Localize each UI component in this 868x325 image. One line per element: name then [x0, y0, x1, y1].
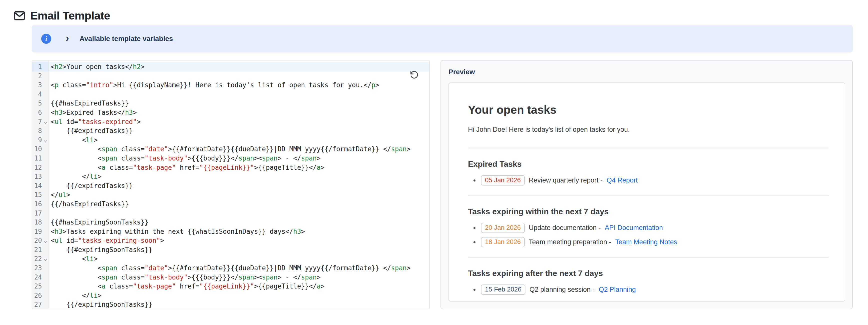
- line-number: 12: [32, 163, 49, 172]
- fold-chevron-icon[interactable]: ⌄: [42, 117, 49, 126]
- line-number: 27: [32, 300, 49, 309]
- fold-chevron-icon[interactable]: ⌄: [42, 254, 49, 263]
- task-link[interactable]: Team Meeting Notes: [615, 238, 677, 246]
- task-link[interactable]: API Documentation: [604, 224, 663, 232]
- task-list: 15 Feb 2026Q2 planning session -Q2 Plann…: [468, 285, 829, 295]
- code-line-content[interactable]: <span class="date">{{#formatDate}}{{dueD…: [49, 145, 429, 154]
- code-line[interactable]: 26 </li>: [32, 291, 429, 300]
- code-line[interactable]: 4: [32, 90, 429, 99]
- info-banner[interactable]: i › Available template variables: [32, 25, 853, 53]
- code-line-content[interactable]: {{#hasExpiringSoonTasks}}: [49, 218, 429, 227]
- preview-sections: Expired Tasks05 Jan 2026Review quarterly…: [468, 148, 829, 301]
- chevron-right-icon[interactable]: ›: [66, 33, 69, 43]
- due-date-badge: 18 Jan 2026: [481, 237, 525, 247]
- code-line-content[interactable]: <h3>Tasks expiring within the next {{wha…: [49, 227, 429, 236]
- due-date-badge: 05 Jan 2026: [481, 175, 525, 185]
- code-line[interactable]: 5{{#hasExpiredTasks}}: [32, 99, 429, 108]
- preview-card: Your open tasks Hi John Doe! Here is tod…: [448, 83, 845, 301]
- code-line[interactable]: 22⌄ <li>: [32, 254, 429, 264]
- code-editor[interactable]: 1<h2>Your open tasks</h2>23<p class="int…: [32, 60, 430, 309]
- due-date-badge: 15 Feb 2026: [481, 285, 525, 295]
- code-line[interactable]: 25 <a class="task-page" href="{{pageLink…: [32, 282, 429, 291]
- task-item: 05 Jan 2026Review quarterly report -Q4 R…: [473, 175, 829, 185]
- code-line-content[interactable]: {{#hasExpiredTasks}}: [49, 99, 429, 108]
- fold-chevron-icon[interactable]: ⌄: [42, 236, 49, 245]
- code-line-content[interactable]: <span class="date">{{#formatDate}}{{dueD…: [49, 264, 429, 273]
- code-line-content[interactable]: {{/hasExpiredTasks}}: [49, 200, 429, 209]
- page-header: Email Template: [0, 0, 868, 25]
- code-line[interactable]: 3<p class="intro">Hi {{displayName}}! He…: [32, 81, 429, 90]
- line-number: 19: [32, 227, 49, 236]
- line-number: 5: [32, 99, 49, 108]
- info-icon: i: [41, 34, 51, 44]
- line-number: 23: [32, 264, 49, 273]
- code-line-content[interactable]: {{/expiringSoonTasks}}: [49, 300, 429, 309]
- task-link[interactable]: Q2 Planning: [599, 286, 636, 294]
- code-line[interactable]: 1<h2>Your open tasks</h2>: [32, 62, 429, 71]
- code-line-content[interactable]: <li>: [49, 254, 429, 264]
- task-text: Team meeting preparation -: [529, 238, 611, 246]
- undo-button[interactable]: [409, 70, 419, 80]
- code-line[interactable]: 17: [32, 209, 429, 218]
- preview-panel: Preview Your open tasks Hi John Doe! Her…: [440, 60, 853, 309]
- code-line[interactable]: 2: [32, 71, 429, 81]
- code-line-content[interactable]: [49, 209, 429, 218]
- code-line-content[interactable]: <p class="intro">Hi {{displayName}}! Her…: [49, 81, 429, 90]
- code-line-content[interactable]: <li>: [49, 136, 429, 145]
- code-line[interactable]: 19<h3>Tasks expiring within the next {{w…: [32, 227, 429, 236]
- task-text: Q2 planning session -: [529, 286, 595, 294]
- line-number: 8: [32, 126, 49, 136]
- code-line[interactable]: 12 <a class="task-page" href="{{pageLink…: [32, 163, 429, 172]
- line-number: 15: [32, 190, 49, 200]
- code-line-content[interactable]: <a class="task-page" href="{{pageLink}}"…: [49, 163, 429, 172]
- code-line-content[interactable]: {{#expiringSoonTasks}}: [49, 245, 429, 255]
- line-number: 25: [32, 282, 49, 291]
- code-line[interactable]: 9⌄ <li>: [32, 136, 429, 145]
- code-line-content[interactable]: {{/expiredTasks}}: [49, 181, 429, 190]
- code-line[interactable]: 14 {{/expiredTasks}}: [32, 181, 429, 190]
- code-line[interactable]: 10 <span class="date">{{#formatDate}}{{d…: [32, 145, 429, 154]
- line-number: 17: [32, 209, 49, 218]
- code-line[interactable]: 18{{#hasExpiringSoonTasks}}: [32, 218, 429, 227]
- line-number: 21: [32, 245, 49, 255]
- code-line[interactable]: 13 </li>: [32, 172, 429, 181]
- code-line-content[interactable]: </li>: [49, 291, 429, 300]
- code-line-content[interactable]: [49, 90, 429, 99]
- code-line-content[interactable]: <span class="task-body">{{{body}}}</span…: [49, 273, 429, 282]
- code-line-content[interactable]: {{#expiredTasks}}: [49, 126, 429, 136]
- code-line-content[interactable]: <span class="task-body">{{{body}}}</span…: [49, 154, 429, 163]
- code-line-content[interactable]: <ul id="tasks-expired">: [49, 117, 429, 126]
- banner-label[interactable]: Available template variables: [80, 35, 173, 43]
- code-line[interactable]: 6<h3>Expired Tasks</h3>: [32, 108, 429, 117]
- code-line[interactable]: 21 {{#expiringSoonTasks}}: [32, 245, 429, 255]
- task-list: 05 Jan 2026Review quarterly report -Q4 R…: [468, 175, 829, 185]
- code-line-content[interactable]: </ul>: [49, 190, 429, 200]
- divider: [468, 195, 829, 196]
- line-number: 10: [32, 145, 49, 154]
- task-text: Update documentation -: [529, 224, 601, 232]
- code-line-content[interactable]: <h3>Expired Tasks</h3>: [49, 108, 429, 117]
- fold-chevron-icon[interactable]: ⌄: [42, 135, 49, 145]
- task-item: 18 Jan 2026Team meeting preparation -Tea…: [473, 237, 829, 247]
- code-line-content[interactable]: <ul id="tasks-expiring-soon">: [49, 236, 429, 245]
- code-line-content[interactable]: [49, 71, 429, 81]
- task-link[interactable]: Q4 Report: [607, 177, 638, 184]
- code-line[interactable]: 20⌄<ul id="tasks-expiring-soon">: [32, 236, 429, 245]
- code-line[interactable]: 11 <span class="task-body">{{{body}}}</s…: [32, 154, 429, 163]
- code-line[interactable]: 23 <span class="date">{{#formatDate}}{{d…: [32, 264, 429, 273]
- code-line[interactable]: 16{{/hasExpiredTasks}}: [32, 200, 429, 209]
- code-line[interactable]: 8 {{#expiredTasks}}: [32, 126, 429, 136]
- code-line-content[interactable]: <h2>Your open tasks</h2>: [49, 62, 429, 71]
- section-title: Expired Tasks: [468, 159, 829, 169]
- code-line[interactable]: 15</ul>: [32, 190, 429, 200]
- code-line[interactable]: 27 {{/expiringSoonTasks}}: [32, 300, 429, 309]
- code-area[interactable]: 1<h2>Your open tasks</h2>23<p class="int…: [32, 60, 429, 309]
- line-number: 7⌄: [32, 117, 49, 126]
- code-line-content[interactable]: </li>: [49, 172, 429, 181]
- code-line[interactable]: 24 <span class="task-body">{{{body}}}</s…: [32, 273, 429, 282]
- line-number: 11: [32, 154, 49, 163]
- main-columns: 1<h2>Your open tasks</h2>23<p class="int…: [32, 60, 868, 309]
- code-line-content[interactable]: <a class="task-page" href="{{pageLink}}"…: [49, 282, 429, 291]
- line-number: 9⌄: [32, 136, 49, 145]
- code-line[interactable]: 7⌄<ul id="tasks-expired">: [32, 117, 429, 126]
